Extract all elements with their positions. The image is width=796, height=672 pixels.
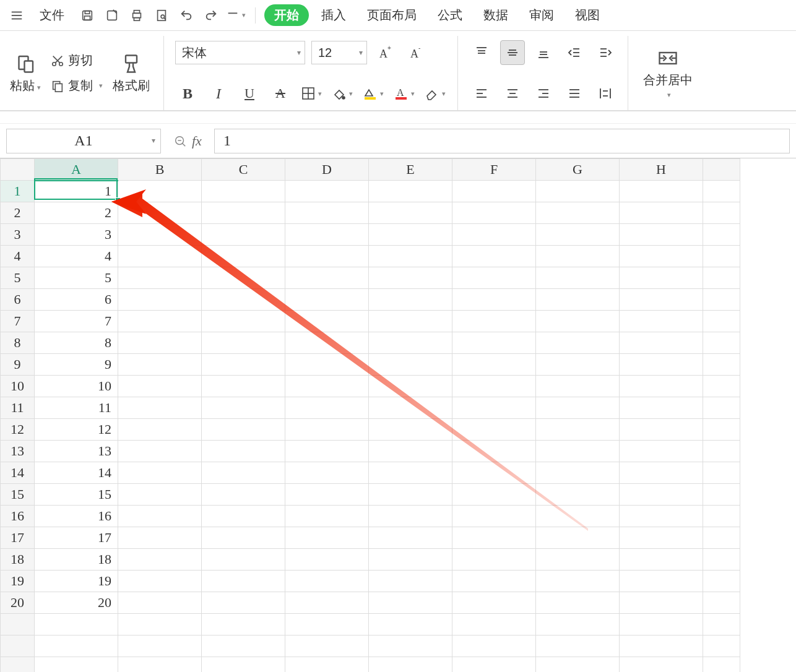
cell[interactable]	[118, 571, 202, 592]
cell[interactable]	[620, 441, 703, 462]
row-header[interactable]: 2	[1, 202, 35, 224]
cell[interactable]	[536, 506, 620, 527]
cell[interactable]	[452, 332, 536, 354]
cell[interactable]	[703, 419, 740, 441]
cell[interactable]	[202, 527, 285, 549]
cell[interactable]: 8	[35, 332, 118, 354]
cell[interactable]: 11	[35, 397, 118, 419]
cell[interactable]	[202, 462, 285, 484]
cell[interactable]	[35, 657, 118, 673]
cell[interactable]: 5	[35, 267, 118, 289]
eraser-icon[interactable]	[423, 81, 448, 106]
cell[interactable]	[118, 527, 202, 549]
cell[interactable]	[285, 506, 369, 527]
cell[interactable]	[285, 311, 369, 332]
cell[interactable]	[202, 376, 285, 397]
cell[interactable]	[369, 571, 452, 592]
cell[interactable]: 15	[35, 484, 118, 506]
cell[interactable]: 2	[35, 202, 118, 224]
paste-button[interactable]: 粘贴	[6, 50, 45, 97]
cell[interactable]: 14	[35, 462, 118, 484]
strikethrough-icon[interactable]: A	[268, 81, 293, 106]
align-right-icon[interactable]	[531, 81, 556, 106]
cell[interactable]	[620, 202, 703, 224]
col-header-H[interactable]: H	[620, 159, 703, 181]
cell[interactable]	[202, 571, 285, 592]
distribute-icon[interactable]	[593, 81, 618, 106]
cell[interactable]	[369, 614, 452, 635]
cell[interactable]	[285, 592, 369, 614]
cell[interactable]	[536, 419, 620, 441]
font-color-icon[interactable]: A	[392, 81, 417, 106]
cell[interactable]	[452, 592, 536, 614]
cell[interactable]	[369, 224, 452, 246]
col-header-E[interactable]: E	[369, 159, 452, 181]
spreadsheet-grid[interactable]: A B C D E F G H 11 22 33 44 55 66 77 88 …	[0, 158, 796, 672]
cell[interactable]: 10	[35, 376, 118, 397]
cell[interactable]	[620, 289, 703, 311]
cell[interactable]	[452, 549, 536, 571]
print-icon[interactable]	[126, 5, 147, 26]
cell[interactable]: 19	[35, 571, 118, 592]
cell[interactable]	[285, 246, 369, 267]
bold-icon[interactable]: B	[175, 81, 200, 106]
cell[interactable]	[369, 376, 452, 397]
cell[interactable]	[369, 527, 452, 549]
tab-formula[interactable]: 公式	[429, 3, 471, 27]
print-preview-icon[interactable]	[151, 5, 172, 26]
cell[interactable]	[118, 462, 202, 484]
col-header-F[interactable]: F	[452, 159, 536, 181]
cell[interactable]	[620, 635, 703, 657]
row-header[interactable]: 5	[1, 267, 35, 289]
cell[interactable]	[536, 549, 620, 571]
row-header[interactable]: 9	[1, 354, 35, 376]
cell[interactable]: 7	[35, 311, 118, 332]
cell[interactable]	[285, 635, 369, 657]
cell[interactable]	[285, 354, 369, 376]
cell[interactable]	[703, 614, 740, 635]
cell[interactable]	[369, 657, 452, 673]
cell[interactable]	[703, 311, 740, 332]
copy-button[interactable]: 复制	[51, 77, 103, 94]
cell[interactable]	[620, 549, 703, 571]
quick-access-dropdown[interactable]	[225, 5, 246, 26]
justify-icon[interactable]	[562, 81, 587, 106]
cell[interactable]	[369, 549, 452, 571]
cell[interactable]: 1	[35, 181, 118, 202]
cell[interactable]	[536, 246, 620, 267]
format-painter-button[interactable]: 格式刷	[109, 50, 154, 97]
cell[interactable]	[285, 267, 369, 289]
cell[interactable]	[118, 397, 202, 419]
underline-icon[interactable]: U	[237, 81, 262, 106]
cell[interactable]	[452, 462, 536, 484]
align-left-icon[interactable]	[469, 81, 494, 106]
cell[interactable]	[703, 224, 740, 246]
cell[interactable]	[620, 419, 703, 441]
cell[interactable]	[536, 181, 620, 202]
cell[interactable]: 4	[35, 246, 118, 267]
cell[interactable]	[703, 441, 740, 462]
cell[interactable]	[620, 181, 703, 202]
cell[interactable]	[202, 635, 285, 657]
cell[interactable]	[536, 527, 620, 549]
tab-start[interactable]: 开始	[264, 4, 309, 26]
cell[interactable]	[118, 614, 202, 635]
cell[interactable]	[202, 614, 285, 635]
cell[interactable]	[703, 397, 740, 419]
cell[interactable]	[202, 657, 285, 673]
cell[interactable]	[703, 462, 740, 484]
row-header[interactable]: 18	[1, 549, 35, 571]
cell[interactable]	[369, 246, 452, 267]
cell[interactable]	[202, 354, 285, 376]
cell[interactable]	[369, 354, 452, 376]
row-header[interactable]	[1, 614, 35, 635]
row-header[interactable]: 8	[1, 332, 35, 354]
font-name-combobox[interactable]: 宋体 ▾	[175, 41, 305, 64]
tab-data[interactable]: 数据	[475, 3, 517, 27]
tab-review[interactable]: 审阅	[521, 3, 563, 27]
cell[interactable]	[620, 614, 703, 635]
cell[interactable]	[703, 571, 740, 592]
cell[interactable]	[369, 592, 452, 614]
redo-icon[interactable]	[201, 5, 222, 26]
name-box[interactable]: A1 ▾	[6, 129, 161, 153]
